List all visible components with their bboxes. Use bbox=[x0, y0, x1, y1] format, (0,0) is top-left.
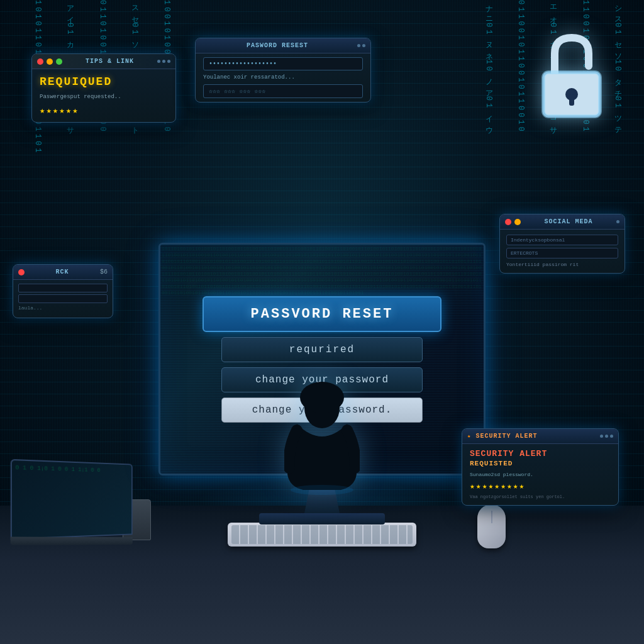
left-window-content: laula... bbox=[13, 280, 113, 318]
left-window-titlebar: RCK $6 bbox=[13, 265, 113, 280]
passreset-titlebar: PASWORD RESEST bbox=[196, 38, 370, 53]
window-password-reset-top: PASWORD RESEST •••••••••••••••••• Youlan… bbox=[195, 38, 371, 103]
social-content: Indentycksopbonsal ERTECROTS Yontertiiid… bbox=[500, 230, 625, 273]
security-window-title: SECURITY ALERT bbox=[475, 433, 597, 440]
keyboard bbox=[228, 523, 416, 547]
passreset-field1[interactable]: •••••••••••••••••• bbox=[203, 57, 363, 70]
laptop-left-screen bbox=[11, 459, 133, 540]
passreset-top-title: PASWORD RESEST bbox=[201, 42, 354, 49]
required-stars: ★★★★★★ bbox=[40, 105, 168, 116]
main-scene: 1010110100110101001101 アイ01カキ10クケ01コサ 01… bbox=[0, 0, 644, 644]
left-window-badge: $6 bbox=[100, 269, 108, 275]
required-window-title: TIPS & LINK bbox=[65, 58, 154, 65]
social-win-min[interactable] bbox=[514, 219, 521, 225]
required-content: REQUIQUED Paswergesput requested.. ★★★★★… bbox=[32, 69, 175, 122]
social-field1[interactable]: Indentycksopbonsal bbox=[506, 235, 618, 245]
window-left: RCK $6 laula... bbox=[13, 264, 113, 318]
required-badge: REQUIQUED bbox=[40, 75, 168, 88]
window-required: TIPS & LINK REQUIQUED Paswergesput reque… bbox=[31, 53, 176, 123]
social-field2[interactable]: ERTECROTS bbox=[506, 248, 618, 258]
passreset-field2[interactable]: ☆☆☆ ☆☆☆ ☆☆☆ ☆☆☆ bbox=[203, 84, 363, 98]
svg-rect-2 bbox=[569, 94, 574, 106]
social-text: Yontertiiid passirom rit bbox=[506, 261, 618, 268]
window-social-media: SOCIAL MEDA Indentycksopbonsal ERTECROTS… bbox=[499, 214, 625, 274]
left-win-close[interactable] bbox=[18, 269, 25, 275]
social-win-close[interactable] bbox=[505, 219, 511, 225]
lock-icon bbox=[537, 31, 606, 123]
win-max-btn[interactable] bbox=[56, 58, 62, 65]
security-footer: Vaa ngotzgorsollet sults yen gortol. bbox=[470, 494, 611, 500]
window-security-alert: ★ SECURITY ALERT SECURITY ALERT REQUISTE… bbox=[462, 428, 619, 506]
security-stars: ★★★★★★★★★ bbox=[470, 481, 611, 491]
main-password-reset-button[interactable]: PASSVORD RESET bbox=[203, 296, 441, 332]
social-titlebar: SOCIAL MEDA bbox=[500, 214, 625, 230]
main-required-button[interactable]: requrired bbox=[221, 337, 423, 362]
svg-point-6 bbox=[291, 485, 353, 495]
security-title: SECURITY ALERT bbox=[470, 449, 611, 458]
security-content: SECURITY ALERT REQUISTED Sunaumo2sd ples… bbox=[462, 444, 618, 505]
left-text1: laula... bbox=[18, 305, 108, 311]
left-window-title: RCK bbox=[28, 269, 97, 275]
svg-point-5 bbox=[300, 382, 344, 413]
hooded-figure-silhouette bbox=[284, 380, 360, 525]
laptop-left bbox=[13, 462, 138, 550]
security-text: Sunaumo2sd plessword. bbox=[470, 471, 611, 478]
win-min-btn[interactable] bbox=[47, 58, 53, 65]
required-titlebar: TIPS & LINK bbox=[32, 54, 175, 69]
required-text: Paswergesput requested.. bbox=[40, 93, 168, 101]
passreset-label1: Youlanec xoir ressaratod... bbox=[203, 74, 363, 80]
security-titlebar: ★ SECURITY ALERT bbox=[462, 429, 618, 444]
left-field1 bbox=[18, 284, 108, 292]
win-close-btn[interactable] bbox=[37, 58, 43, 65]
left-field2 bbox=[18, 294, 108, 303]
security-subtitle: REQUISTED bbox=[470, 460, 611, 467]
laptop-left-base bbox=[11, 537, 133, 545]
social-window-title: SOCIAL MEDA bbox=[524, 218, 613, 225]
